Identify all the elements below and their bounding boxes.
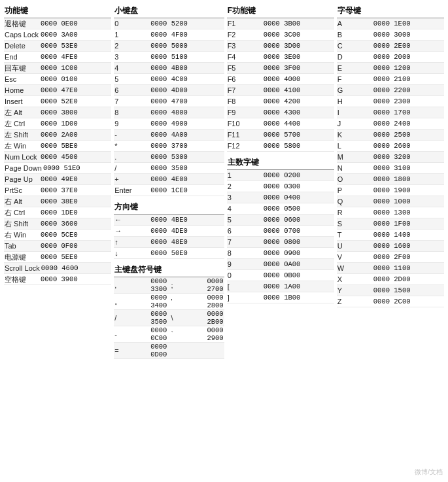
table-row: 30000 5100: [114, 52, 224, 63]
key-code: 0000 47E0: [41, 86, 78, 94]
key-label: Insert: [5, 97, 41, 105]
key-label: Page Down: [5, 164, 43, 172]
key-code: 0000 5200: [150, 20, 188, 27]
table-row: Tab0000 0F00: [4, 241, 111, 252]
table-row: G0000 2200: [337, 85, 444, 96]
table-row: -0000 4A00: [114, 129, 224, 141]
key-code: 0000 2400: [373, 120, 411, 128]
key-label: 6: [114, 86, 150, 94]
key-label: F6: [228, 75, 264, 83]
key-code: 0000 3000: [373, 31, 411, 39]
table-row: F50000 3F00: [227, 63, 334, 74]
key-code: 0000 0500: [264, 205, 301, 213]
key-code: 0000 3900: [41, 275, 78, 283]
key-code: 0000 3E00: [264, 53, 301, 61]
key-label: 8: [228, 249, 264, 257]
key-code: 0000 1000: [373, 198, 411, 205]
table-row: ↓0000 50E0: [114, 248, 224, 259]
table-row: F120000 5800: [227, 141, 334, 152]
key-label: +: [114, 175, 150, 183]
key-code: 0000 3500: [150, 310, 167, 326]
table-row: ,0000 3300;0000 2700: [114, 277, 224, 294]
table-row: Caps Lock0000 3A00: [4, 29, 111, 41]
key-label: X: [337, 275, 373, 283]
main-num-header: 主数字键: [227, 156, 334, 170]
key-code: 0000 5800: [264, 142, 301, 150]
key-code: 0000 1F00: [373, 220, 411, 228]
key-code: 0000 3100: [373, 164, 411, 172]
key-label: ↑: [114, 238, 150, 246]
key-code: 0000 1800: [373, 175, 411, 183]
table-row: 退格键0000 0E00: [4, 18, 111, 29]
key-code: 0000 4F00: [150, 31, 188, 39]
key-label: 9: [228, 260, 264, 268]
key-label: Y: [337, 286, 373, 294]
table-row: Home0000 47E0: [4, 85, 111, 96]
key-label: Home: [5, 86, 41, 94]
key-label: 左 Win: [5, 141, 41, 151]
func-keys-header: 功能键: [4, 4, 111, 18]
key-label: 右 Alt: [5, 197, 41, 207]
key-code: 0000 50E0: [150, 249, 188, 257]
key-code: 0000 4100: [264, 86, 301, 94]
key-code: 0000 2D00: [373, 275, 411, 283]
page: 功能键 退格键0000 0E00Caps Lock0000 3A00Delete…: [0, 0, 448, 482]
key-label: F9: [228, 109, 264, 116]
key-code: 0000 2000: [373, 53, 411, 61]
key-label: G: [337, 86, 373, 94]
key-code: 0000 2100: [373, 75, 411, 83]
key-label: Num Lock: [5, 153, 41, 161]
key-label: Enter: [114, 186, 150, 194]
key-label: S: [337, 220, 373, 228]
key-label: 4: [228, 205, 264, 213]
table-row: 左 Win0000 5BE0: [4, 141, 111, 152]
table-row: Insert0000 52E0: [4, 96, 111, 107]
numpad-col: 小键盘 00000 520010000 4F0020000 500030000 …: [114, 4, 224, 359]
key-label: Q: [337, 198, 373, 205]
key-label: `: [171, 330, 207, 338]
watermark: 微博/文档: [415, 468, 443, 477]
table-row: 左 Shift0000 2A00: [4, 129, 111, 141]
key-label: 8: [114, 109, 150, 116]
func-keys-rows: 退格键0000 0E00Caps Lock0000 3A00Delete0000…: [4, 18, 111, 285]
table-row: Num Lock0000 4500: [4, 152, 111, 163]
key-code: 0000 2E00: [373, 42, 411, 50]
key-code: 0000 1200: [373, 64, 411, 72]
key-code: 0000 4700: [150, 97, 188, 105]
key-code: 0000 2500: [373, 131, 411, 139]
key-code: 0000 37E0: [41, 186, 78, 194]
key-code: 0000 4800: [150, 109, 188, 116]
table-row: 右 Ctrl0000 1DE0: [4, 207, 111, 218]
key-code: 0000 4C00: [150, 75, 188, 83]
table-row: N0000 3100: [337, 163, 444, 174]
key-label: 。: [114, 297, 150, 307]
letters-rows: A0000 1E00B0000 3000C0000 2E00D0000 2000…: [337, 18, 444, 307]
key-label: →: [114, 227, 150, 235]
table-row: E0000 1200: [337, 63, 444, 74]
key-code: 0000 0D00: [150, 343, 183, 358]
key-code: 0000 3500: [150, 164, 188, 172]
key-code: 0000 2A00: [41, 131, 78, 139]
key-label: 5: [228, 216, 264, 224]
table-row: 电源键0000 5EE0: [4, 252, 111, 263]
key-label: 左 Alt: [5, 108, 41, 118]
table-row: +0000 4E00: [114, 174, 224, 185]
key-code: 0000 51E0: [43, 164, 80, 172]
key-label: F10: [228, 120, 264, 128]
key-code: 0000 5CE0: [41, 231, 78, 239]
table-row: F20000 3C00: [227, 29, 334, 41]
key-label: 右 Shift: [5, 219, 41, 229]
key-label: 2: [114, 42, 150, 50]
key-label: 7: [114, 97, 150, 105]
key-label: 1: [114, 31, 150, 39]
table-row: I0000 1700: [337, 107, 444, 118]
bracket-rows: [0000 1A00]0000 1B00: [227, 281, 334, 303]
key-code: 0000 4B00: [150, 64, 188, 72]
key-label: Page Up: [5, 175, 41, 183]
key-code: 0000 3C00: [264, 31, 301, 39]
key-code: 0000 5EE0: [41, 253, 78, 261]
key-label: 3: [228, 194, 264, 201]
table-row: Q0000 1000: [337, 196, 444, 207]
key-label: F4: [228, 53, 264, 61]
table-row: D0000 2000: [337, 52, 444, 63]
